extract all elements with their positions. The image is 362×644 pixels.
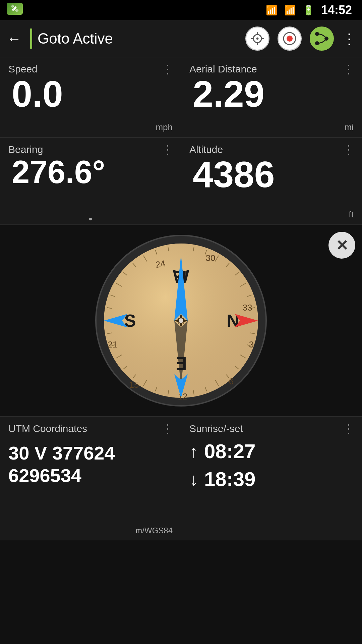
utm-label: UTM Coordinates [8, 423, 87, 434]
sunrise-up-arrow: ↑ [189, 441, 198, 462]
sunrise-cell: Sunrise/-set ⋮ ↑ 08:27 ↓ 18:39 [181, 417, 362, 540]
svg-point-7 [287, 36, 293, 42]
altitude-value: 4386 [189, 156, 354, 193]
back-button[interactable]: ← [7, 30, 21, 47]
data-grid: Speed ⋮ 0.0 mph Aerial Distance ⋮ 2.29 m… [0, 57, 362, 225]
compass-svg: 24 30 33 3 6 12 15 21 W E Ǝ [94, 233, 268, 408]
title-separator [30, 29, 32, 49]
route-button[interactable] [310, 26, 334, 51]
record-icon [282, 31, 297, 46]
compass-north-label: N [227, 311, 239, 330]
aerial-distance-unit: mi [189, 122, 354, 132]
altitude-menu-button[interactable]: ⋮ [343, 144, 354, 156]
svg-point-60 [179, 318, 183, 323]
bearing-dot [89, 218, 92, 220]
status-time: 14:52 [321, 3, 352, 17]
utm-menu-button[interactable]: ⋮ [162, 423, 173, 435]
bearing-cell: Bearing ⋮ 276.6° [0, 138, 181, 225]
speed-unit: mph [8, 122, 173, 132]
crosshair-icon [250, 31, 265, 46]
svg-text:15: 15 [129, 380, 139, 390]
wifi-icon: 📶 [266, 5, 278, 16]
sunset-time: 18:39 [204, 468, 255, 491]
title-bar: ← Goto Active [7, 29, 239, 49]
svg-text:24: 24 [155, 258, 166, 270]
compass-south-label: S [124, 311, 136, 330]
sunrise-menu-button[interactable]: ⋮ [343, 423, 354, 435]
svg-text:6: 6 [229, 376, 234, 386]
bearing-value: 276.6° [8, 156, 173, 188]
svg-text:21: 21 [108, 339, 118, 350]
altitude-unit: ft [189, 209, 354, 220]
aerial-distance-cell: Aerial Distance ⋮ 2.29 mi [181, 57, 362, 138]
aerial-distance-value: 2.29 [189, 75, 354, 112]
signal-icon: 📶 [284, 5, 296, 16]
sunrise-label: Sunrise/-set [189, 423, 243, 434]
battery-icon: 🔋 [303, 5, 314, 16]
aerial-distance-menu-button[interactable]: ⋮ [343, 63, 354, 75]
svg-text:12: 12 [178, 391, 188, 401]
app-logo: 🛰 [7, 3, 23, 15]
toolbar: ← Goto Active [0, 20, 362, 57]
altitude-cell: Altitude ⋮ 4386 ft [181, 138, 362, 225]
bearing-menu-button[interactable]: ⋮ [162, 144, 173, 156]
sunset-row: ↓ 18:39 [189, 468, 354, 491]
close-button[interactable]: ✕ [328, 232, 355, 259]
svg-point-5 [256, 38, 258, 40]
toolbar-icons: ⋮ [245, 26, 355, 51]
bearing-label: Bearing [8, 144, 43, 155]
speed-value: 0.0 [8, 75, 173, 112]
record-button[interactable] [278, 26, 302, 51]
speed-cell: Speed ⋮ 0.0 mph [0, 57, 181, 138]
crosshair-button[interactable] [245, 26, 269, 51]
svg-text:3: 3 [249, 339, 254, 350]
utm-cell: UTM Coordinates ⋮ 30 V 377624 6296534 m/… [0, 417, 181, 540]
svg-text:30: 30 [206, 253, 216, 263]
sunset-down-arrow: ↓ [189, 469, 198, 489]
sunrise-row: ↑ 08:27 [189, 440, 354, 463]
utm-unit: m/WGS84 [135, 526, 173, 535]
compass: 24 30 33 3 6 12 15 21 W E Ǝ [94, 233, 268, 408]
speed-menu-button[interactable]: ⋮ [162, 63, 173, 75]
compass-area: ✕ [0, 225, 362, 416]
utm-value-line1: 30 V 377624 6296534 [8, 442, 173, 487]
sunrise-time: 08:27 [204, 440, 255, 463]
route-icon [314, 31, 330, 47]
page-title: Goto Active [38, 30, 113, 47]
bottom-grid: UTM Coordinates ⋮ 30 V 377624 6296534 m/… [0, 416, 362, 540]
overflow-menu-button[interactable]: ⋮ [342, 30, 355, 47]
status-bar: 🛰 📶 📶 🔋 14:52 [0, 0, 362, 20]
svg-text:33: 33 [243, 303, 252, 313]
